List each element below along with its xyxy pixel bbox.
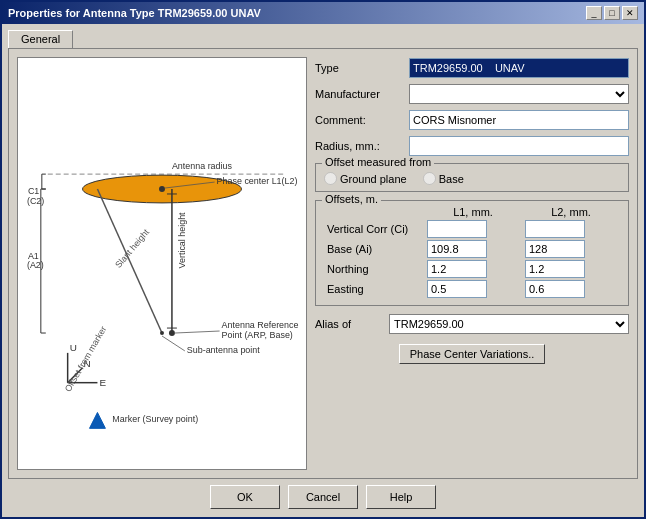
offsets-title: Offsets, m.	[322, 193, 381, 205]
svg-text:C1: C1	[28, 186, 39, 196]
cancel-button[interactable]: Cancel	[288, 485, 358, 509]
table-row: Easting	[324, 279, 620, 299]
radio-base-input[interactable]	[423, 172, 436, 185]
type-input[interactable]	[409, 58, 629, 78]
minimize-button[interactable]: _	[586, 6, 602, 20]
alias-select[interactable]: TRM29659.00	[389, 314, 629, 334]
svg-point-8	[160, 331, 164, 335]
base-label: Base (Ai)	[324, 239, 424, 259]
alias-row: Alias of TRM29659.00	[315, 314, 629, 334]
alias-label: Alias of	[315, 318, 385, 330]
manufacturer-select[interactable]	[409, 84, 629, 104]
svg-text:E: E	[99, 377, 106, 388]
easting-label: Easting	[324, 279, 424, 299]
col-l1-header: L1, mm.	[424, 205, 522, 219]
svg-text:Vertical height: Vertical height	[177, 212, 187, 269]
radio-ground-plane: Ground plane	[324, 172, 407, 185]
comment-input[interactable]	[409, 110, 629, 130]
svg-text:A1: A1	[28, 251, 39, 261]
svg-rect-0	[18, 75, 306, 452]
tab-bar: General	[8, 30, 638, 48]
radio-ground-plane-label: Ground plane	[340, 173, 407, 185]
svg-text:Point (ARP, Base): Point (ARP, Base)	[222, 330, 293, 340]
radius-row: Radius, mm.:	[315, 135, 629, 157]
table-row: Base (Ai)	[324, 239, 620, 259]
svg-text:Sub-antenna point: Sub-antenna point	[187, 345, 260, 355]
manufacturer-label: Manufacturer	[315, 88, 405, 100]
northing-l2-input[interactable]	[525, 260, 585, 278]
radio-base-label: Base	[439, 173, 464, 185]
svg-text:Antenna radius: Antenna radius	[172, 161, 233, 171]
base-l1-input[interactable]	[427, 240, 487, 258]
comment-row: Comment:	[315, 109, 629, 131]
tab-general[interactable]: General	[8, 30, 73, 48]
radio-base: Base	[423, 172, 464, 185]
offset-group-title: Offset measured from	[322, 156, 434, 168]
ok-button[interactable]: OK	[210, 485, 280, 509]
window-title: Properties for Antenna Type TRM29659.00 …	[8, 7, 261, 19]
svg-text:Antenna Reference: Antenna Reference	[222, 320, 299, 330]
alias-dropdown: TRM29659.00	[389, 314, 629, 334]
svg-text:(C2): (C2)	[27, 196, 44, 206]
svg-text:Phase center L1(L2): Phase center L1(L2)	[217, 176, 298, 186]
diagram-area: U N E Antenna radius Phase center L1(L2)…	[17, 57, 307, 470]
manufacturer-row: Manufacturer	[315, 83, 629, 105]
svg-text:U: U	[70, 342, 77, 353]
phase-btn-row: Phase Center Variations..	[315, 344, 629, 364]
title-bar: Properties for Antenna Type TRM29659.00 …	[2, 2, 644, 24]
table-row: Vertical Corr (Ci)	[324, 219, 620, 239]
radio-group: Ground plane Base	[324, 172, 620, 185]
vertical-label: Vertical Corr (Ci)	[324, 219, 424, 239]
table-row: Northing	[324, 259, 620, 279]
phase-center-button[interactable]: Phase Center Variations..	[399, 344, 546, 364]
type-row: Type	[315, 57, 629, 79]
type-label: Type	[315, 62, 405, 74]
northing-l1-input[interactable]	[427, 260, 487, 278]
main-window: Properties for Antenna Type TRM29659.00 …	[0, 0, 646, 519]
northing-label: Northing	[324, 259, 424, 279]
comment-label: Comment:	[315, 114, 405, 126]
col-l2-header: L2, mm.	[522, 205, 620, 219]
easting-l2-input[interactable]	[525, 280, 585, 298]
content-area: General	[2, 24, 644, 517]
bottom-buttons: OK Cancel Help	[8, 479, 638, 511]
vertical-l2-input[interactable]	[525, 220, 585, 238]
vertical-l1-input[interactable]	[427, 220, 487, 238]
form-area: Type Manufacturer Comment:	[315, 57, 629, 470]
title-bar-buttons: _ □ ✕	[586, 6, 638, 20]
svg-text:Marker (Survey point): Marker (Survey point)	[112, 414, 198, 424]
radio-ground-plane-input[interactable]	[324, 172, 337, 185]
radius-label: Radius, mm.:	[315, 140, 405, 152]
base-l2-input[interactable]	[525, 240, 585, 258]
close-button[interactable]: ✕	[622, 6, 638, 20]
svg-point-9	[159, 186, 165, 192]
radius-input[interactable]	[409, 136, 629, 156]
main-panel: U N E Antenna radius Phase center L1(L2)…	[8, 48, 638, 479]
offsets-table: L1, mm. L2, mm. Vertical Corr (Ci)	[324, 205, 620, 299]
svg-point-7	[169, 330, 175, 336]
help-button[interactable]: Help	[366, 485, 436, 509]
manufacturer-dropdown	[409, 84, 629, 104]
maximize-button[interactable]: □	[604, 6, 620, 20]
easting-l1-input[interactable]	[427, 280, 487, 298]
offset-group: Offset measured from Ground plane Base	[315, 163, 629, 192]
offsets-section: Offsets, m. L1, mm. L2, mm. Vertical Cor	[315, 200, 629, 306]
